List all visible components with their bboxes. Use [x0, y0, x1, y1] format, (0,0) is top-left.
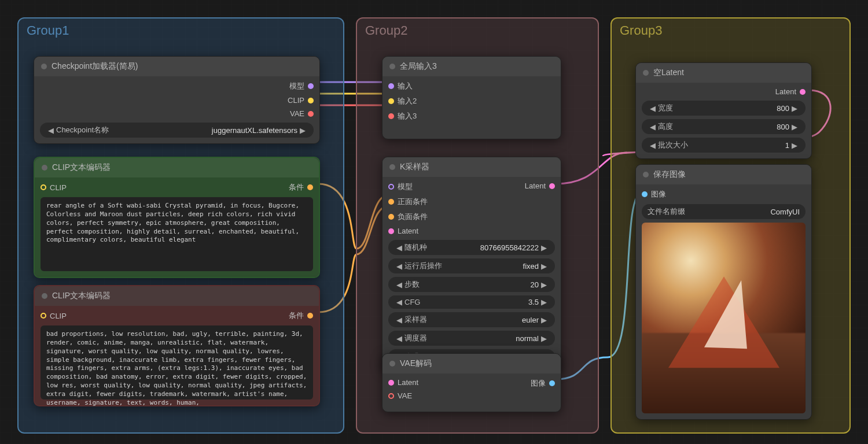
port-ring-icon: [41, 313, 46, 319]
input-3[interactable]: 输入3: [388, 110, 555, 123]
chevron-right-icon[interactable]: ▶: [539, 298, 549, 306]
node-save-image[interactable]: 保存图像 图像 文件名前缀ComfyUI: [635, 164, 812, 420]
collapse-icon[interactable]: [42, 293, 47, 299]
input-vae[interactable]: VAE: [388, 390, 418, 401]
steps-widget[interactable]: ◀步数20▶: [388, 277, 555, 292]
collapse-icon[interactable]: [643, 70, 649, 76]
chevron-right-icon[interactable]: ▶: [539, 280, 549, 289]
chevron-right-icon[interactable]: ▶: [297, 126, 308, 135]
port-dot-icon: [388, 228, 394, 234]
node-vae-decode[interactable]: VAE解码 Latent VAE 图像: [382, 353, 561, 412]
output-vae[interactable]: VAE: [290, 108, 314, 119]
port-dot-icon: [307, 313, 313, 319]
port-dot-icon: [549, 183, 555, 189]
collapse-icon[interactable]: [41, 64, 47, 69]
collapse-icon[interactable]: [389, 64, 395, 69]
port-dot-icon: [307, 184, 313, 190]
output-clip[interactable]: CLIP: [288, 95, 314, 106]
cfg-widget[interactable]: ◀CFG3.5▶: [388, 295, 555, 309]
node-title: 空Latent: [653, 68, 684, 78]
chevron-left-icon[interactable]: ◀: [394, 262, 404, 271]
output-conditioning[interactable]: 条件: [289, 309, 313, 322]
control-after-widget[interactable]: ◀运行后操作fixed▶: [388, 258, 555, 273]
port-ring-icon: [388, 393, 394, 399]
chevron-left-icon[interactable]: ◀: [648, 141, 658, 150]
port-dot-icon: [388, 83, 394, 89]
output-preview-image: [642, 223, 806, 413]
positive-prompt[interactable]: rear angle of a Soft wabi-sabi Crystal p…: [41, 197, 313, 271]
port-ring-icon: [388, 184, 394, 190]
node-ksampler[interactable]: K采样器 模型 正面条件 负面条件 Latent Latent ◀随机种8076…: [382, 157, 561, 371]
output-model[interactable]: 模型: [289, 80, 314, 92]
group-1-title: Group1: [19, 18, 343, 40]
port-dot-icon: [308, 83, 314, 89]
collapse-icon[interactable]: [42, 165, 47, 171]
node-title: K采样器: [400, 162, 429, 172]
input-model[interactable]: 模型: [388, 180, 428, 193]
port-dot-icon: [388, 380, 394, 386]
group-2-title: Group2: [357, 18, 598, 40]
collapse-icon[interactable]: [643, 172, 649, 177]
node-title: Checkpoint加载器(简易): [52, 61, 138, 72]
node-title: VAE解码: [400, 358, 432, 369]
chevron-right-icon[interactable]: ▶: [539, 334, 549, 343]
output-latent[interactable]: Latent: [525, 180, 555, 191]
chevron-left-icon[interactable]: ◀: [648, 123, 658, 131]
port-dot-icon: [308, 98, 314, 103]
collapse-icon[interactable]: [389, 164, 395, 170]
chevron-right-icon[interactable]: ▶: [789, 123, 800, 131]
input-clip[interactable]: CLIP: [41, 309, 67, 322]
width-widget[interactable]: ◀宽度800▶: [642, 101, 806, 116]
port-ring-icon: [41, 184, 46, 190]
chevron-left-icon[interactable]: ◀: [648, 104, 658, 113]
input-latent[interactable]: Latent: [388, 377, 418, 388]
output-latent[interactable]: Latent: [642, 86, 806, 97]
group-3-title: Group3: [612, 18, 849, 40]
chevron-right-icon[interactable]: ▶: [539, 262, 549, 271]
port-dot-icon: [642, 191, 648, 197]
input-latent[interactable]: Latent: [388, 225, 428, 236]
output-image[interactable]: 图像: [531, 377, 555, 390]
collapse-icon[interactable]: [389, 361, 395, 367]
port-dot-icon: [308, 111, 314, 117]
batch-widget[interactable]: ◀批次大小1▶: [642, 138, 806, 153]
chevron-left-icon[interactable]: ◀: [46, 126, 56, 135]
input-image[interactable]: 图像: [642, 188, 806, 201]
chevron-right-icon[interactable]: ▶: [789, 104, 800, 113]
node-title: CLIP文本编码器: [52, 291, 111, 301]
sampler-widget[interactable]: ◀采样器euler▶: [388, 312, 555, 327]
node-global-input[interactable]: 全局输入3 输入 输入2 输入3: [382, 56, 561, 139]
port-dot-icon: [549, 380, 555, 386]
input-negative[interactable]: 负面条件: [388, 210, 428, 223]
chevron-right-icon[interactable]: ▶: [539, 243, 549, 252]
node-title: 全局输入3: [400, 61, 437, 72]
input-positive[interactable]: 正面条件: [388, 195, 428, 208]
seed-widget[interactable]: ◀随机种80766955842222▶: [388, 240, 555, 255]
port-dot-icon: [388, 214, 394, 220]
chevron-left-icon[interactable]: ◀: [394, 334, 404, 343]
port-dot-icon: [388, 199, 394, 205]
output-conditioning[interactable]: 条件: [289, 181, 313, 194]
height-widget[interactable]: ◀高度800▶: [642, 119, 806, 134]
scheduler-widget[interactable]: ◀调度器normal▶: [388, 331, 555, 346]
chevron-left-icon[interactable]: ◀: [394, 243, 404, 252]
chevron-right-icon[interactable]: ▶: [789, 141, 800, 150]
port-dot-icon: [388, 98, 394, 104]
port-dot-icon: [800, 89, 806, 95]
node-empty-latent[interactable]: 空Latent Latent ◀宽度800▶ ◀高度800▶ ◀批次大小1▶: [635, 62, 812, 159]
chevron-right-icon[interactable]: ▶: [539, 316, 549, 324]
checkpoint-name-widget[interactable]: ◀ Checkpoint名称 juggernautXL.safetensors …: [40, 123, 314, 138]
chevron-left-icon[interactable]: ◀: [394, 298, 404, 306]
chevron-left-icon[interactable]: ◀: [394, 316, 404, 324]
port-dot-icon: [388, 113, 394, 119]
input-clip[interactable]: CLIP: [41, 181, 67, 194]
input-1[interactable]: 输入: [388, 80, 555, 92]
node-checkpoint-loader[interactable]: Checkpoint加载器(简易) 模型 CLIP VAE ◀ Checkpoi…: [34, 56, 320, 144]
node-title: CLIP文本编码器: [52, 162, 111, 173]
input-2[interactable]: 输入2: [388, 95, 555, 108]
negative-prompt[interactable]: bad proportions, low resolution, bad, ug…: [41, 325, 313, 399]
filename-prefix-widget[interactable]: 文件名前缀ComfyUI: [642, 204, 806, 219]
chevron-left-icon[interactable]: ◀: [394, 280, 404, 289]
node-clip-encode-negative[interactable]: CLIP文本编码器 CLIP 条件 bad proportions, low r…: [34, 285, 320, 406]
node-clip-encode-positive[interactable]: CLIP文本编码器 CLIP 条件 rear angle of a Soft w…: [34, 157, 320, 278]
